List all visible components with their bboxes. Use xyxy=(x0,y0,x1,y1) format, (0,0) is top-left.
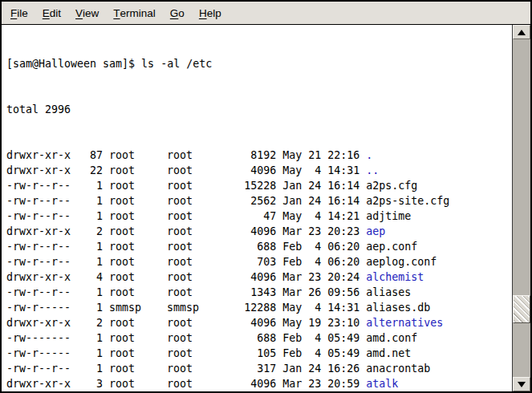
col-owner: root xyxy=(109,148,160,163)
col-date: Mar 23 20:59 xyxy=(282,376,359,391)
menu-item-edit[interactable]: Edit xyxy=(35,2,68,24)
col-owner: root xyxy=(109,178,160,193)
col-group: root xyxy=(167,315,218,330)
col-links: 87 xyxy=(71,148,103,163)
col-group: root xyxy=(167,361,218,376)
col-size: 1343 xyxy=(218,285,276,300)
col-perms: -rw-r--r-- xyxy=(6,193,71,209)
file-row: drwxr-xr-x2rootroot4096May 19 23:10alter… xyxy=(6,315,512,330)
menu-accelerator-letter: E xyxy=(43,7,50,19)
file-name: adjtime xyxy=(366,209,411,224)
window-main: [sam@Halloween sam]$ ls -al /etc total 2… xyxy=(2,25,530,391)
col-date: Jan 24 16:14 xyxy=(282,193,359,209)
file-name: aep xyxy=(366,224,385,239)
file-row: drwxr-xr-x2rootroot4096Mar 23 20:23aep xyxy=(6,224,512,239)
menu-accelerator-letter: F xyxy=(10,7,17,19)
col-size: 688 xyxy=(218,239,276,254)
menu-label-rest: o xyxy=(178,7,185,19)
file-row: -rw-r--r--1rootroot15228Jan 24 16:14a2ps… xyxy=(6,178,512,193)
file-name: atalk xyxy=(366,376,398,391)
col-links: 1 xyxy=(71,193,103,209)
file-row: -rw-r--r--1rootroot1343Mar 26 09:56alias… xyxy=(6,285,512,300)
menu-item-terminal[interactable]: Terminal xyxy=(106,2,163,24)
col-perms: drwxr-xr-x xyxy=(6,376,71,391)
file-name: aliases xyxy=(366,285,411,300)
col-group: root xyxy=(167,193,218,209)
file-name: alchemist xyxy=(366,269,424,285)
scroll-thumb[interactable] xyxy=(513,295,530,323)
file-name: alternatives xyxy=(366,315,443,330)
col-owner: root xyxy=(109,346,160,361)
col-date: May 4 14:31 xyxy=(282,300,359,315)
col-date: Jan 24 16:14 xyxy=(282,178,359,193)
col-links: 1 xyxy=(71,254,103,269)
col-links: 2 xyxy=(71,315,103,330)
col-perms: drwxr-xr-x xyxy=(6,315,71,330)
down-arrow-icon xyxy=(518,382,526,387)
file-row: drwxr-xr-x22rootroot4096May 4 14:31.. xyxy=(6,163,512,178)
col-owner: root xyxy=(109,376,160,391)
file-name: anacrontab xyxy=(366,361,430,376)
col-date: Feb 4 05:49 xyxy=(282,330,359,346)
menu-label-rest: elp xyxy=(207,7,221,19)
terminal-window: FileEditViewTerminalGoHelp [sam@Hallowee… xyxy=(0,0,532,393)
menu-item-help[interactable]: Help xyxy=(192,2,229,24)
scroll-trough[interactable] xyxy=(513,39,530,377)
col-perms: -rw-r--r-- xyxy=(6,239,71,254)
scrollbar[interactable] xyxy=(512,25,530,391)
menu-label-rest: ile xyxy=(17,7,28,19)
file-name: aep.conf xyxy=(366,239,417,254)
menu-item-view[interactable]: View xyxy=(68,2,106,24)
col-group: root xyxy=(167,148,218,163)
col-size: 105 xyxy=(218,346,276,361)
col-size: 4096 xyxy=(218,224,276,239)
file-row: -rw-r--r--1rootroot317Jan 24 16:26anacro… xyxy=(6,361,512,376)
up-arrow-icon xyxy=(518,30,526,35)
col-group: root xyxy=(167,224,218,239)
terminal-screen[interactable]: [sam@Halloween sam]$ ls -al /etc total 2… xyxy=(2,25,512,391)
col-date: May 21 22:16 xyxy=(282,148,359,163)
scroll-up-button[interactable] xyxy=(513,25,530,39)
col-size: 703 xyxy=(218,254,276,269)
menubar: FileEditViewTerminalGoHelp xyxy=(2,2,530,25)
col-perms: -rw-r--r-- xyxy=(6,361,71,376)
col-links: 1 xyxy=(71,346,103,361)
col-date: Mar 23 20:24 xyxy=(282,269,359,285)
col-size: 4096 xyxy=(218,269,276,285)
col-group: root xyxy=(167,254,218,269)
col-date: Feb 4 06:20 xyxy=(282,254,359,269)
col-group: root xyxy=(167,239,218,254)
col-date: May 4 14:21 xyxy=(282,209,359,224)
menu-item-go[interactable]: Go xyxy=(163,2,192,24)
col-date: Feb 4 05:49 xyxy=(282,346,359,361)
col-owner: root xyxy=(109,269,160,285)
col-owner: root xyxy=(109,193,160,209)
file-name: a2ps.cfg xyxy=(366,178,417,193)
col-owner: root xyxy=(109,209,160,224)
file-name: . xyxy=(366,148,372,163)
file-row: -rw-------1rootroot688Feb 4 05:49amd.con… xyxy=(6,330,512,346)
col-group: root xyxy=(167,285,218,300)
file-row: drwxr-xr-x87rootroot8192May 21 22:16. xyxy=(6,148,512,163)
col-date: May 19 23:10 xyxy=(282,315,359,330)
col-owner: root xyxy=(109,285,160,300)
col-links: 1 xyxy=(71,178,103,193)
scroll-down-button[interactable] xyxy=(513,377,530,391)
col-date: Mar 26 09:56 xyxy=(282,285,359,300)
col-group: root xyxy=(167,163,218,178)
menu-accelerator-letter: H xyxy=(199,7,207,19)
file-row: -rw-r-----1rootroot105Feb 4 05:49amd.net xyxy=(6,346,512,361)
col-perms: -rw-r--r-- xyxy=(6,209,71,224)
col-size: 4096 xyxy=(218,163,276,178)
col-links: 1 xyxy=(71,361,103,376)
col-owner: root xyxy=(109,224,160,239)
col-owner: root xyxy=(109,315,160,330)
menu-item-file[interactable]: File xyxy=(3,2,35,24)
menu-accelerator-letter: V xyxy=(75,7,83,19)
file-name: aliases.db xyxy=(366,300,430,315)
col-size: 12288 xyxy=(218,300,276,315)
file-row: drwxr-xr-x4rootroot4096Mar 23 20:24alche… xyxy=(6,269,512,285)
menu-accelerator-letter: G xyxy=(170,7,179,19)
col-perms: -rw-r--r-- xyxy=(6,254,71,269)
menu-label-rest: iew xyxy=(83,7,99,19)
